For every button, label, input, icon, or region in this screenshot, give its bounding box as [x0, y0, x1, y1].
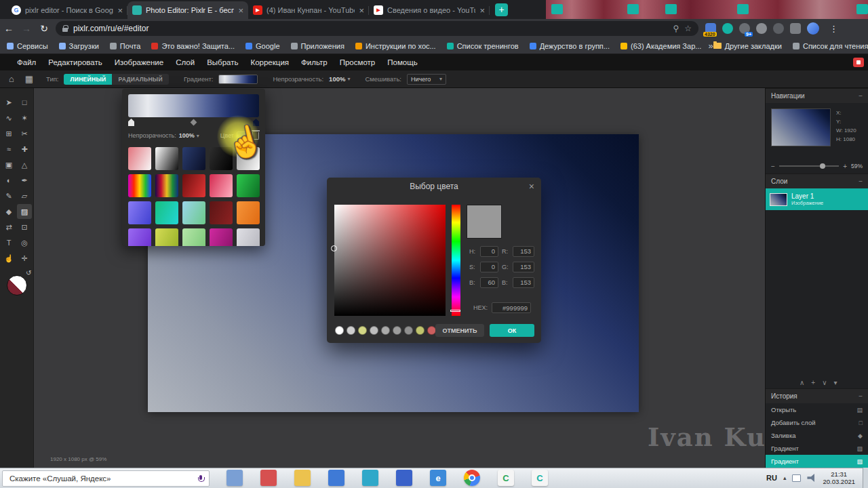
ok-button[interactable]: ОК — [490, 324, 534, 337]
gradient-preset-magenta[interactable] — [210, 228, 233, 246]
layer-item-selected[interactable]: Layer 1 Изображение — [766, 188, 868, 210]
browser-tab[interactable]: Photo Editor: Pixlr E - бесплатн...× — [127, 1, 248, 19]
reload-button[interactable]: ↻ — [35, 23, 53, 34]
gradient-preset-orange[interactable] — [237, 201, 260, 224]
bookmarks-overflow-icon[interactable]: » — [708, 41, 713, 51]
hue-input[interactable] — [480, 246, 498, 257]
blend-dropdown[interactable]: Ничего▾ — [407, 74, 446, 85]
zoom-in-icon[interactable]: + — [843, 163, 847, 170]
gradient-preset-pink-red[interactable] — [210, 174, 233, 197]
add-layer-icon[interactable]: + — [811, 379, 815, 386]
menu-item[interactable]: Просмотр — [334, 58, 382, 66]
eraser-tool[interactable]: ▱ — [17, 188, 32, 203]
browser-tab[interactable]: Gpixlr editor - Поиск в Google× — [7, 1, 127, 19]
foreground-color-disc[interactable]: ↺ — [7, 275, 27, 296]
yandex-search-box[interactable]: Скажите «Слушай, Яндекс» — [2, 470, 210, 487]
green-input[interactable] — [513, 262, 534, 272]
record-indicator-icon[interactable] — [853, 58, 864, 67]
reset-colors-icon[interactable]: ↺ — [26, 269, 31, 277]
color-swatch[interactable] — [370, 326, 378, 335]
gradient-preset-green-cyan[interactable] — [155, 201, 178, 224]
layer-down-icon[interactable]: ∨ — [822, 379, 827, 386]
navigation-section-header[interactable]: Навигации − — [766, 88, 868, 103]
extension-icon-teal[interactable] — [722, 23, 733, 34]
bookmark-item[interactable]: Дежурство в групп... — [530, 42, 610, 50]
taskbar-app-c1[interactable]: С — [498, 470, 514, 486]
browser-tab[interactable]: ▶(4) Иван Кунпан - YouTube× — [248, 1, 369, 19]
saturation-cursor[interactable] — [331, 245, 337, 251]
gradient-preset-rainbow-dark[interactable] — [155, 174, 178, 197]
layer-options-icon[interactable]: ▾ — [834, 379, 837, 386]
replace-tool[interactable]: ⇄ — [1, 220, 16, 235]
bookmark-item[interactable]: Список тренингов — [447, 42, 519, 50]
gradient-preset-light-green[interactable] — [182, 228, 205, 246]
menu-item[interactable]: Изображение — [108, 58, 170, 66]
menu-item[interactable]: Файл — [11, 58, 42, 66]
opacity-dropdown[interactable]: 100%▾ — [329, 75, 350, 83]
layer-up-icon[interactable]: ∧ — [800, 379, 804, 386]
brightness-input[interactable] — [480, 277, 498, 288]
bookmark-item[interactable]: (63) Академия Зар... — [620, 42, 701, 50]
bookmark-item[interactable]: Это важно! Защита... — [151, 42, 235, 50]
linear-type-button[interactable]: ЛИНЕЙНЫЙ — [64, 74, 112, 85]
tab-close-icon[interactable]: × — [479, 5, 485, 16]
marquee-tool[interactable]: □ — [17, 95, 32, 110]
frame-tool[interactable]: ⊡ — [17, 220, 32, 235]
cancel-button[interactable]: ОТМЕНИТЬ — [435, 324, 484, 337]
taskbar-app-c2[interactable]: С — [532, 470, 548, 486]
gradient-preset-red-white[interactable] — [128, 147, 151, 170]
hue-cursor[interactable] — [450, 310, 460, 312]
menu-item[interactable]: Слой — [170, 58, 201, 66]
history-section-header[interactable]: История − — [766, 388, 868, 403]
radial-type-button[interactable]: РАДИАЛЬНЫЙ — [112, 74, 168, 85]
extension-icon[interactable] — [773, 23, 784, 34]
browser-menu-kebab-icon[interactable]: ⋮ — [829, 24, 838, 34]
zoom-tool[interactable]: ◎ — [17, 235, 32, 250]
menu-item[interactable]: Помощь — [381, 58, 423, 66]
bookmark-item[interactable]: Сервисы — [7, 42, 48, 50]
blue-input[interactable] — [513, 277, 534, 288]
menu-item[interactable]: Выбрать — [201, 58, 244, 66]
extension-icon[interactable] — [756, 23, 767, 34]
gradient-stop-start[interactable] — [128, 119, 134, 126]
color-swatch[interactable] — [381, 326, 390, 335]
collapse-icon[interactable]: − — [859, 178, 863, 185]
back-button[interactable]: ← — [0, 23, 18, 34]
omnibox[interactable]: pixlr.com/ru/e/#editor ⚲ ☆ — [56, 21, 698, 36]
wand-tool[interactable]: ✶ — [17, 110, 32, 125]
dialog-title[interactable]: Выбор цвета — [327, 178, 541, 195]
lasso-tool[interactable]: ∿ — [1, 110, 16, 125]
tray-network-icon[interactable] — [792, 474, 801, 482]
detail-tool[interactable]: △ — [17, 157, 32, 172]
menu-item[interactable]: Редактировать — [42, 58, 108, 66]
gradient-preset-green[interactable] — [237, 174, 260, 197]
color-swatch[interactable] — [358, 326, 367, 335]
home-icon[interactable]: ⌂ — [5, 74, 18, 84]
tray-volume-icon[interactable] — [807, 474, 816, 482]
document-icon[interactable]: ▦ — [23, 74, 35, 84]
color-swatch[interactable] — [416, 326, 425, 335]
tab-close-icon[interactable]: × — [238, 5, 243, 16]
browser-tab[interactable]: ▶Сведения о видео - YouTube St...× — [369, 1, 490, 19]
language-indicator[interactable]: RU — [766, 474, 777, 482]
taskbar-app-save[interactable] — [226, 470, 243, 486]
gradient-swatch[interactable] — [218, 75, 258, 84]
color-swatch[interactable] — [347, 326, 355, 335]
tab-close-icon[interactable]: × — [359, 5, 364, 16]
gradient-preset-white-black[interactable] — [155, 147, 178, 170]
tab-close-icon[interactable]: × — [117, 5, 123, 16]
menu-item[interactable]: Фильтр — [295, 58, 334, 66]
extensions-puzzle-icon[interactable] — [790, 23, 801, 34]
bookmark-item[interactable]: Загрузки — [59, 42, 99, 50]
text-tool[interactable]: T — [1, 235, 16, 250]
layers-section-header[interactable]: Слои − — [766, 174, 868, 188]
gradient-preset-aqua-green[interactable] — [182, 201, 205, 224]
toning-tool[interactable]: ◐ — [1, 173, 16, 188]
search-page-icon[interactable]: ⚲ — [673, 24, 679, 33]
bookmark-star-icon[interactable]: ☆ — [684, 24, 692, 33]
collapse-icon[interactable]: − — [859, 392, 863, 400]
clone-tool[interactable]: ▣ — [1, 157, 16, 172]
gradient-preset-rainbow[interactable] — [128, 174, 151, 197]
gradient-tool[interactable]: ▨ — [17, 204, 32, 219]
bookmark-item[interactable]: Почта — [110, 42, 141, 50]
